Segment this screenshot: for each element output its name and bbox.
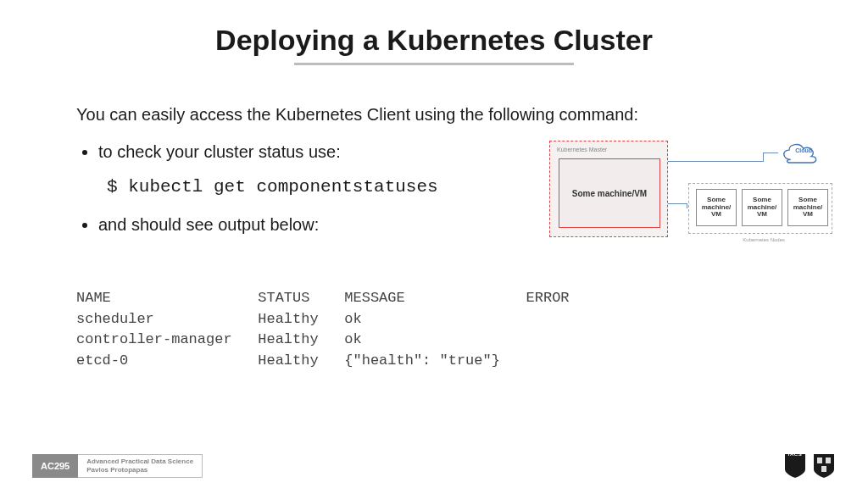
cell: ok bbox=[344, 311, 361, 327]
svg-rect-2 bbox=[821, 466, 826, 472]
course-info: Advanced Practical Data Science Pavlos P… bbox=[78, 454, 203, 478]
col-message: MESSAGE bbox=[344, 290, 404, 306]
command-line: $ kubectl get componentstatuses bbox=[107, 177, 534, 197]
bullet-item: to check your cluster status use: bbox=[98, 142, 534, 162]
svg-rect-1 bbox=[826, 458, 831, 463]
cell: {"health": "true"} bbox=[344, 352, 500, 369]
output-table: NAME STATUS MESSAGE ERROR scheduler Heal… bbox=[76, 288, 570, 372]
col-error: ERROR bbox=[526, 290, 570, 306]
bullet-item: and should see output below: bbox=[98, 215, 534, 235]
master-label: Kubernetes Master bbox=[557, 147, 607, 152]
master-inner: Some machine/VM bbox=[559, 158, 660, 228]
course-author: Pavlos Protopapas bbox=[86, 466, 193, 474]
slide: Deploying a Kubernetes Cluster You can e… bbox=[0, 0, 868, 488]
node-box: Some machine/ VM bbox=[787, 189, 828, 226]
node-box: Some machine/ VM bbox=[742, 189, 782, 226]
logo-group: IACS bbox=[783, 452, 836, 480]
harvard-logo bbox=[812, 452, 836, 480]
wire bbox=[668, 161, 763, 162]
master-box: Kubernetes Master Some machine/VM bbox=[549, 141, 668, 237]
wire bbox=[668, 203, 687, 204]
nodes-label: Kubernetes Nodes bbox=[743, 237, 785, 254]
course-title: Advanced Practical Data Science bbox=[86, 458, 193, 466]
architecture-diagram: Kubernetes Master Some machine/VM Cloud … bbox=[548, 136, 836, 246]
cell: Healthy bbox=[258, 311, 318, 327]
cell: etcd-0 bbox=[76, 352, 128, 369]
footer: AC295 Advanced Practical Data Science Pa… bbox=[32, 454, 203, 478]
cell: scheduler bbox=[76, 311, 154, 327]
title-underline bbox=[294, 63, 574, 65]
cloud-label: Cloud bbox=[795, 147, 812, 153]
cell: ok bbox=[344, 331, 361, 347]
col-status: STATUS bbox=[258, 290, 309, 306]
node-box: Some machine/ VM bbox=[696, 189, 737, 226]
intro-text: You can easily access the Kubernetes Cli… bbox=[76, 105, 809, 125]
wire bbox=[687, 203, 687, 208]
cell: Healthy bbox=[258, 331, 318, 347]
slide-title: Deploying a Kubernetes Cluster bbox=[0, 24, 868, 57]
nodes-box: Some machine/ VM Some machine/ VM Some m… bbox=[688, 183, 832, 234]
iacs-logo: IACS bbox=[783, 452, 807, 480]
cell: Healthy bbox=[258, 352, 318, 369]
iacs-text: IACS bbox=[783, 452, 807, 457]
col-name: NAME bbox=[76, 290, 111, 306]
cell: controller-manager bbox=[76, 331, 232, 347]
wire bbox=[763, 152, 764, 162]
svg-rect-0 bbox=[817, 458, 822, 463]
course-code: AC295 bbox=[32, 454, 78, 478]
bullet-list: to check your cluster status use: $ kube… bbox=[76, 142, 534, 250]
